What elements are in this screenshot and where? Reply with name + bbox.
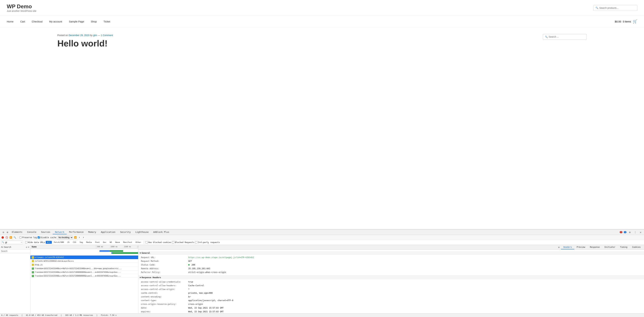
details-tab-headers[interactable]: Headers [561, 245, 574, 249]
details-close-btn[interactable]: ✕ [557, 246, 561, 249]
nav-sample-page[interactable]: Sample Page [69, 20, 84, 23]
third-party-label[interactable]: 3rd-party requests [195, 241, 220, 244]
devtools-dock-icon[interactable]: ⊞ [6, 230, 10, 234]
site-search-bar[interactable]: 🔍 [594, 5, 637, 11]
more-options-icon[interactable]: ⋮ [633, 230, 637, 234]
wp-header: WP Demo Just another WordPress site 🔍 [0, 0, 644, 16]
has-blocked-cookies-checkbox[interactable] [146, 241, 148, 243]
table-row[interactable]: I ?random=1631721423348&cv=9&fst=1631718… [30, 274, 138, 278]
details-tab-initiator[interactable]: Initiator [602, 245, 618, 249]
cart-icon[interactable]: 🛒 [633, 19, 637, 24]
nav-shop[interactable]: Shop [91, 20, 97, 23]
sidebar-search-icon: 🔍 [545, 36, 548, 38]
rh-val-4: private, max-age=900 [188, 291, 213, 294]
blocked-requests-label[interactable]: Blocked Requests [172, 241, 194, 244]
nav-cart[interactable]: Cart [20, 20, 25, 23]
clear-button[interactable]: 🚫 [5, 236, 8, 239]
rh-key-9: expires: [141, 310, 188, 313]
record-button[interactable] [1, 236, 4, 239]
table-row[interactable]: J dtag.js [30, 263, 138, 267]
network-body: Aa Search ↺ ✕ Name 500 ms 1000 ms 1500 m… [0, 245, 644, 313]
site-search-input[interactable] [599, 7, 635, 9]
aa-icon: Aa [1, 246, 3, 248]
tab-security[interactable]: Security [118, 230, 133, 234]
has-blocked-cookies-label[interactable]: Has blocked cookies [146, 241, 171, 244]
general-section-content: Request URL: https://ss.wp-demo.stape.io… [141, 255, 641, 275]
wifi-icon[interactable]: 📶 [74, 236, 77, 239]
preserve-log-checkbox-label[interactable]: Preserve log [20, 236, 37, 239]
rh-val-5: br [188, 295, 190, 298]
tab-elements[interactable]: Elements [10, 230, 25, 234]
table-row[interactable]: I ?random=1631721423348&cv=9&fst=1631721… [30, 267, 138, 270]
tab-network[interactable]: Network [53, 230, 67, 234]
request-name-2: js?id=G-WJ5CLC6SW1&l=dataLayer&cx=c [35, 260, 74, 262]
filter-search-icon: 🔍 [2, 241, 4, 243]
filter-css-btn[interactable]: CSS [72, 241, 78, 244]
filter-doc-btn[interactable]: Doc [102, 241, 108, 244]
tab-application[interactable]: Application [98, 230, 118, 234]
filter-manifest-btn[interactable]: Manifest [122, 241, 134, 244]
disable-cache-checkbox-label[interactable]: Disable cache [38, 236, 56, 239]
filter-font-btn[interactable]: Font [94, 241, 101, 244]
req-icon-js: J [32, 256, 34, 259]
refresh-icon[interactable]: ↺ [26, 246, 27, 248]
settings-icon[interactable]: ⚙ [628, 230, 632, 234]
general-section-header[interactable]: ▼ General [138, 251, 644, 255]
tab-memory[interactable]: Memory [86, 230, 98, 234]
sidebar-search-bar[interactable]: 🔍 [543, 34, 587, 40]
filter-all-btn[interactable]: All [46, 241, 52, 244]
clear-search-icon[interactable]: ✕ [28, 246, 29, 248]
filter-media-btn[interactable]: Media [85, 241, 93, 244]
throttle-select[interactable]: No throttling [57, 236, 73, 239]
blocked-requests-checkbox[interactable] [172, 241, 174, 243]
filter-img-btn[interactable]: Img [78, 241, 84, 244]
tab-lighthouse[interactable]: Lighthouse [133, 230, 151, 234]
filter-search-input[interactable] [4, 241, 21, 244]
post-comments-link[interactable]: 1 Comment [101, 34, 113, 37]
tab-sources[interactable]: Sources [39, 230, 53, 234]
nav-home[interactable]: Home [7, 20, 14, 23]
upload-icon[interactable]: ⬆ [78, 236, 81, 239]
filter-fetchxhr-btn[interactable]: Fetch/XHR [52, 241, 65, 244]
search-icon-btn[interactable]: 🔍 [13, 236, 16, 239]
nav-checkout[interactable]: Checkout [32, 20, 42, 23]
sidebar-filter-input[interactable] [0, 249, 30, 253]
request-url-row: Request URL: https://ss.wp-demo.stape.io… [141, 255, 641, 259]
close-devtools-icon[interactable]: ✕ [638, 230, 643, 234]
third-party-checkbox[interactable] [195, 241, 197, 243]
post-author-link[interactable]: gtm [93, 34, 97, 37]
hide-data-urls-label[interactable]: Hide data URLs [25, 241, 45, 244]
details-tab-timing[interactable]: Timing [618, 245, 630, 249]
filter-icon[interactable]: 🔽 [9, 236, 12, 239]
filter-js-btn[interactable]: JS [66, 241, 71, 244]
filter-ws-btn[interactable]: WS [108, 241, 113, 244]
rh-val-2: Cache-Control [188, 284, 204, 287]
tab-console[interactable]: Console [25, 230, 39, 234]
filter-clear-icon[interactable]: ✕ [21, 241, 22, 243]
rh-key-8: date: [141, 306, 188, 309]
filter-wasm-btn[interactable]: Wasm [114, 241, 121, 244]
nav-ticket[interactable]: Ticket [104, 20, 110, 23]
statusbar-finish: Finish: 7.54 s [101, 314, 116, 316]
filter-other-btn[interactable]: Other [134, 241, 142, 244]
response-headers-section-header[interactable]: ▼ Response Headers [138, 275, 644, 279]
details-tab-preview[interactable]: Preview [574, 245, 588, 249]
download-icon[interactable]: ⬇ [82, 236, 85, 239]
disable-cache-checkbox[interactable] [38, 236, 40, 238]
devtools-panel-toggle[interactable]: ⊡ [1, 230, 6, 234]
table-row[interactable]: J ottpwgmj.js?id=GTM-KZ6S45Z [30, 255, 138, 259]
waterfall-bar-2 [110, 250, 123, 252]
details-tab-response[interactable]: Response [588, 245, 602, 249]
tab-adblock[interactable]: Adblock Plus [151, 230, 172, 234]
nav-my-account[interactable]: My account [49, 20, 62, 23]
table-row[interactable]: J js?id=G-WJ5CLC6SW1&l=dataLayer&cx=c [30, 259, 138, 263]
req-icon-js-2: J [32, 260, 34, 262]
details-tab-cookies[interactable]: Cookies [630, 245, 643, 249]
sidebar-search-input[interactable] [549, 36, 584, 38]
preserve-log-checkbox[interactable] [20, 236, 22, 238]
post-date-link[interactable]: December 29, 2020 [69, 34, 90, 37]
table-row[interactable]: I ?random=1631721423348&cv=9&fst=1631718… [30, 270, 138, 274]
hide-data-urls-checkbox[interactable] [25, 241, 27, 243]
tab-performance[interactable]: Performance [67, 230, 86, 234]
waterfall-bar-4 [112, 252, 138, 254]
